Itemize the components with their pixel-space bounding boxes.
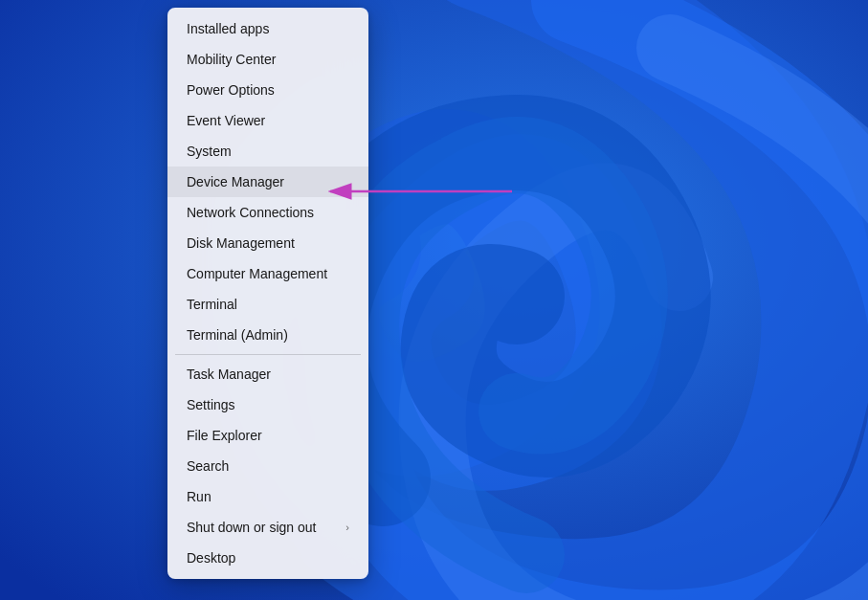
menu-item-network-connections[interactable]: Network Connections: [167, 197, 368, 228]
menu-item-label-network-connections: Network Connections: [187, 205, 314, 220]
submenu-chevron-icon: ›: [345, 522, 349, 533]
menu-item-label-terminal-admin: Terminal (Admin): [187, 327, 288, 343]
menu-item-label-file-explorer: File Explorer: [187, 428, 262, 443]
menu-item-label-search: Search: [187, 458, 229, 474]
menu-item-label-device-manager: Device Manager: [187, 174, 284, 189]
menu-item-shut-down[interactable]: Shut down or sign out›: [167, 512, 368, 543]
menu-item-terminal[interactable]: Terminal: [167, 289, 368, 320]
menu-item-system[interactable]: System: [167, 136, 368, 167]
menu-item-label-run: Run: [187, 489, 211, 504]
menu-item-desktop[interactable]: Desktop: [167, 543, 368, 573]
menu-item-label-computer-management: Computer Management: [187, 266, 327, 281]
menu-item-label-installed-apps: Installed apps: [187, 21, 269, 36]
menu-item-label-system: System: [187, 144, 232, 159]
menu-item-device-manager[interactable]: Device Manager: [167, 167, 368, 197]
menu-item-label-settings: Settings: [187, 397, 235, 412]
context-menu: Installed appsMobility CenterPower Optio…: [167, 8, 368, 579]
menu-item-terminal-admin[interactable]: Terminal (Admin): [167, 320, 368, 350]
menu-item-event-viewer[interactable]: Event Viewer: [167, 105, 368, 136]
menu-item-run[interactable]: Run: [167, 481, 368, 512]
menu-item-power-options[interactable]: Power Options: [167, 75, 368, 105]
menu-item-installed-apps[interactable]: Installed apps: [167, 13, 368, 44]
desktop-background: [0, 0, 868, 600]
context-menu-container: Installed appsMobility CenterPower Optio…: [167, 8, 368, 579]
menu-item-settings[interactable]: Settings: [167, 389, 368, 420]
menu-item-label-mobility-center: Mobility Center: [187, 52, 276, 67]
menu-item-computer-management[interactable]: Computer Management: [167, 258, 368, 289]
menu-item-label-power-options: Power Options: [187, 82, 275, 98]
menu-item-label-shut-down: Shut down or sign out: [187, 520, 316, 535]
menu-item-mobility-center[interactable]: Mobility Center: [167, 44, 368, 75]
menu-item-search[interactable]: Search: [167, 451, 368, 481]
menu-item-label-terminal: Terminal: [187, 297, 237, 312]
menu-item-disk-management[interactable]: Disk Management: [167, 228, 368, 258]
menu-item-task-manager[interactable]: Task Manager: [167, 359, 368, 389]
menu-item-file-explorer[interactable]: File Explorer: [167, 420, 368, 451]
menu-item-label-desktop: Desktop: [187, 550, 235, 566]
menu-item-label-task-manager: Task Manager: [187, 367, 271, 382]
menu-item-label-event-viewer: Event Viewer: [187, 113, 265, 128]
menu-item-label-disk-management: Disk Management: [187, 235, 295, 251]
menu-divider: [175, 354, 361, 355]
